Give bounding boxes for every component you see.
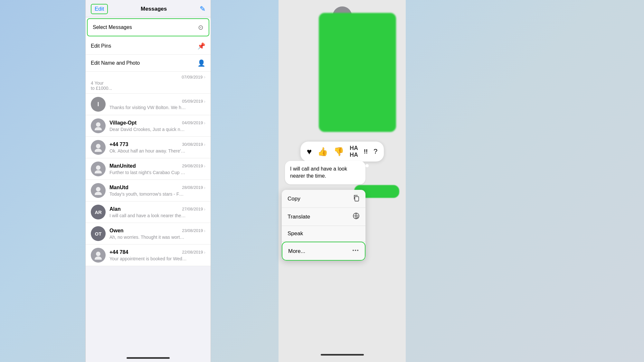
svg-point-2 (96, 144, 100, 148)
message-content: Owen 23/08/2019 › Ah, no worries. Though… (109, 228, 205, 240)
svg-point-4 (96, 165, 100, 170)
compose-icon[interactable]: ✎ (200, 5, 205, 13)
message-date: 30/08/2019 › (182, 142, 205, 147)
svg-point-8 (96, 252, 100, 256)
message-top: ManUnited 29/08/2019 › (109, 163, 205, 169)
avatar (91, 248, 106, 263)
svg-point-5 (95, 170, 102, 173)
contact-name: Village-Opt (109, 120, 137, 126)
chevron-icon: › (204, 228, 205, 233)
message-date: 23/08/2019 › (182, 228, 205, 233)
home-indicator (127, 357, 170, 359)
translate-label: Translate (288, 214, 310, 220)
chevron-icon: › (204, 163, 205, 169)
message-date: 04/09/2019 › (182, 120, 205, 125)
table-row[interactable]: ManUtd 28/08/2019 › Today's youth, tomor… (86, 180, 211, 201)
edit-pins-item[interactable]: Edit Pins 📌 (86, 38, 211, 55)
message-preview: I will call and have a look nearer the t… (109, 213, 187, 218)
message-content: +44 773 30/08/2019 › Ok. About half an h… (109, 142, 205, 153)
message-preview: Your appointment is booked for Wednesday… (109, 256, 187, 261)
partial-message-row[interactable]: 07/09/2019 › 4 Yourto £1000... (86, 72, 211, 94)
message-date: 28/08/2019 › (182, 185, 205, 190)
contact-name: +44 773 (109, 142, 128, 147)
message-date: 27/08/2019 › (182, 207, 205, 212)
message-date: 05/09/2019 › (182, 99, 205, 104)
edit-name-photo-item[interactable]: Edit Name and Photo 👤 (86, 55, 211, 72)
edit-name-photo-label: Edit Name and Photo (91, 60, 140, 66)
message-content: +44 784 22/08/2019 › Your appointment is… (109, 249, 205, 261)
thumbsdown-reaction[interactable]: 👎 (334, 147, 344, 157)
reaction-bar[interactable]: ♥ 👍 👎 HAHA !! ? (300, 142, 384, 162)
table-row[interactable]: Village-Opt 04/09/2019 › Dear David Croo… (86, 115, 211, 137)
message-top: +44 773 30/08/2019 › (109, 142, 205, 147)
partial-chevron-icon: › (204, 74, 205, 79)
svg-point-0 (96, 122, 100, 127)
svg-point-7 (95, 192, 102, 195)
message-preview: Thanks for visiting VW Bolton. We hope y… (109, 105, 187, 110)
edit-pins-label: Edit Pins (91, 43, 111, 49)
message-top: Village-Opt 04/09/2019 › (109, 120, 205, 126)
svg-point-9 (95, 256, 102, 260)
partial-preview: 4 Yourto £1000... (91, 80, 205, 91)
pin-icon: 📌 (197, 42, 205, 50)
message-content: ManUnited 29/08/2019 › Further to last n… (109, 163, 205, 175)
message-date: 22/08/2019 › (182, 250, 205, 255)
svg-rect-10 (355, 197, 359, 201)
chat-panel: ♥ 👍 👎 HAHA !! ? I will call and have a l… (279, 0, 406, 362)
message-preview: Ah, no worries. Thought it was worth a p… (109, 235, 187, 240)
avatar: I (91, 97, 106, 112)
thumbsup-reaction[interactable]: 👍 (317, 147, 328, 157)
avatar (91, 118, 106, 133)
translate-menu-item[interactable]: Translate x (282, 208, 365, 226)
svg-point-14 (355, 250, 356, 251)
avatar (91, 162, 106, 176)
contact-name: Owen (109, 228, 124, 234)
home-indicator (321, 354, 364, 356)
edit-button[interactable]: Edit (91, 4, 108, 14)
select-messages-item[interactable]: Select Messages ⊙ (87, 18, 209, 36)
contact-name: +44 784 (109, 249, 128, 255)
copy-menu-item[interactable]: Copy (282, 190, 365, 208)
translate-icon: x (353, 212, 360, 221)
select-messages-label: Select Messages (93, 24, 132, 30)
message-top: 05/09/2019 › (109, 99, 205, 104)
more-icon (352, 247, 359, 255)
avatar: OT (91, 226, 106, 241)
svg-point-15 (357, 250, 358, 251)
contact-name: ManUnited (109, 163, 136, 169)
copy-label: Copy (288, 196, 300, 202)
message-top: Owen 23/08/2019 › (109, 228, 205, 234)
svg-text:x: x (357, 216, 358, 219)
heart-reaction[interactable]: ♥ (307, 147, 312, 157)
table-row[interactable]: +44 773 30/08/2019 › Ok. About half an h… (86, 137, 211, 158)
emphasis-reaction[interactable]: !! (364, 148, 368, 155)
message-text: I will call and have a look nearer the t… (290, 166, 347, 179)
messages-header: Edit Messages ✎ (86, 0, 211, 17)
table-row[interactable]: AR Alan 27/08/2019 › I will call and hav… (86, 201, 211, 223)
avatar: AR (91, 205, 106, 219)
contact-name: ManUtd (109, 185, 128, 190)
message-top: +44 784 22/08/2019 › (109, 249, 205, 255)
contact-name: Alan (109, 206, 121, 212)
haha-reaction[interactable]: HAHA (350, 145, 358, 158)
chevron-icon: › (204, 207, 205, 212)
dropdown-menu: Select Messages ⊙ Edit Pins 📌 Edit Name … (86, 18, 211, 72)
chevron-icon: › (204, 120, 205, 125)
table-row[interactable]: OT Owen 23/08/2019 › Ah, no worries. Tho… (86, 223, 211, 245)
partial-content: 07/09/2019 › 4 Yourto £1000... (91, 74, 205, 91)
message-content: Alan 27/08/2019 › I will call and have a… (109, 206, 205, 218)
message-top: ManUtd 28/08/2019 › (109, 185, 205, 190)
message-preview: Dear David Crookes, Just a quick note to… (109, 127, 187, 132)
message-preview: Today's youth, tomorrow's stars - FREE E… (109, 191, 187, 197)
more-menu-item[interactable]: More... (282, 242, 365, 261)
svg-point-3 (95, 149, 102, 152)
message-date: 29/08/2019 › (182, 163, 205, 169)
table-row[interactable]: ManUnited 29/08/2019 › Further to last n… (86, 158, 211, 180)
chevron-icon: › (204, 99, 205, 104)
message-list: I 05/09/2019 › Thanks for visiting VW Bo… (86, 94, 211, 266)
speak-menu-item[interactable]: Speak (282, 226, 365, 242)
question-reaction[interactable]: ? (374, 147, 377, 156)
svg-point-6 (96, 187, 100, 191)
table-row[interactable]: I 05/09/2019 › Thanks for visiting VW Bo… (86, 94, 211, 115)
table-row[interactable]: +44 784 22/08/2019 › Your appointment is… (86, 245, 211, 266)
